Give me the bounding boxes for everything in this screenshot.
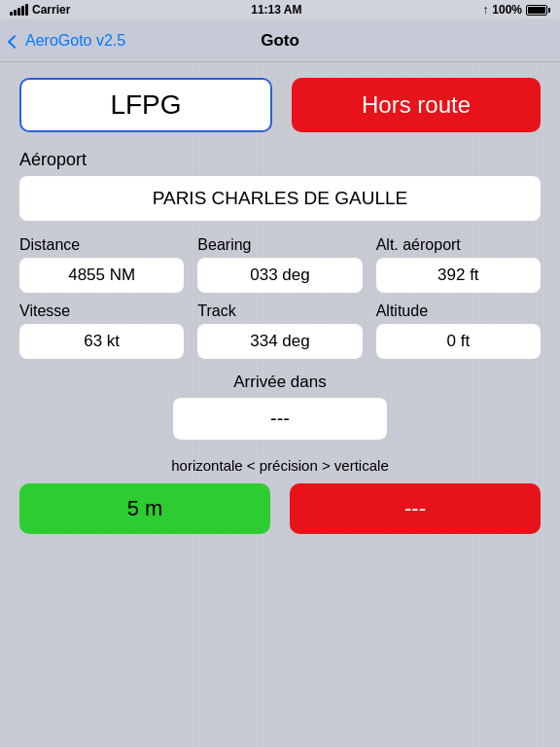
vitesse-cell: Vitesse 63 kt (19, 302, 184, 359)
nav-title: Goto (261, 31, 299, 51)
airport-section-label: Aéroport (19, 150, 541, 170)
precision-green-button[interactable]: 5 m (19, 483, 270, 534)
distance-label: Distance (19, 236, 184, 254)
precision-label: horizontale < précision > verticale (171, 457, 388, 474)
main-content: LFPG Hors route Aéroport PARIS CHARLES D… (0, 62, 560, 747)
track-value: 334 deg (197, 324, 362, 359)
bearing-cell: Bearing 033 deg (197, 236, 362, 293)
back-button[interactable]: AeroGoto v2.5 (10, 32, 125, 50)
airport-name: PARIS CHARLES DE GAULLE (19, 176, 541, 221)
arrow-up-icon: ↑ (482, 3, 488, 17)
signal-icon (10, 4, 28, 16)
arrivee-label: Arrivée dans (233, 373, 326, 392)
altitude-value: 0 ft (376, 324, 541, 359)
precision-buttons: 5 m --- (19, 483, 541, 534)
info-grid: Distance 4855 NM Bearing 033 deg Alt. aé… (19, 236, 541, 359)
back-label: AeroGoto v2.5 (25, 32, 125, 50)
arrivee-value: --- (173, 398, 387, 440)
vitesse-value: 63 kt (19, 324, 184, 359)
alt-aeroport-value: 392 ft (376, 258, 541, 293)
bearing-label: Bearing (197, 236, 362, 254)
precision-red-button[interactable]: --- (290, 483, 541, 534)
carrier-label: Carrier (32, 3, 70, 17)
alt-aeroport-label: Alt. aéroport (376, 236, 541, 254)
nav-bar: AeroGoto v2.5 Goto (0, 19, 560, 62)
status-right: ↑ 100% (482, 3, 550, 17)
distance-cell: Distance 4855 NM (19, 236, 184, 293)
distance-value: 4855 NM (19, 258, 184, 293)
altitude-cell: Altitude 0 ft (376, 302, 541, 359)
hors-route-button[interactable]: Hors route (292, 78, 541, 132)
alt-aeroport-cell: Alt. aéroport 392 ft (376, 236, 541, 293)
arrivee-section: Arrivée dans --- (19, 373, 541, 440)
time-label: 11:13 AM (251, 3, 301, 17)
battery-pct-label: 100% (492, 3, 522, 17)
top-row: LFPG Hors route (19, 78, 541, 132)
battery-icon (526, 5, 550, 16)
back-chevron-icon (8, 34, 21, 48)
airport-code-button[interactable]: LFPG (19, 78, 272, 132)
status-left: Carrier (10, 3, 70, 17)
vitesse-label: Vitesse (19, 302, 184, 320)
precision-section: horizontale < précision > verticale 5 m … (19, 457, 541, 534)
track-cell: Track 334 deg (197, 302, 362, 359)
status-bar: Carrier 11:13 AM ↑ 100% (0, 0, 560, 19)
altitude-label: Altitude (376, 302, 541, 320)
track-label: Track (197, 302, 362, 320)
bearing-value: 033 deg (197, 258, 362, 293)
